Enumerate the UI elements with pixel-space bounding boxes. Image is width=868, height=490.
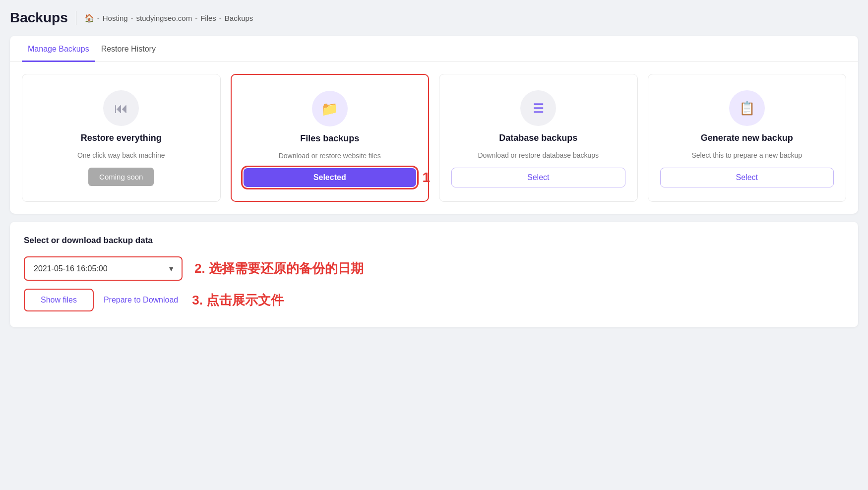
list-icon: ☰ [533, 101, 544, 116]
step-1-badge: 1 [422, 170, 430, 185]
section-card: Select or download backup data 2021-05-1… [10, 222, 858, 327]
database-select-button[interactable]: Select [451, 168, 625, 187]
page-header: Backups 🏠 - Hosting - studyingseo.com - … [10, 10, 858, 26]
section-title: Select or download backup data [24, 236, 844, 245]
show-files-button[interactable]: Show files [24, 289, 94, 311]
generate-backup-desc: Select this to prepare a new backup [691, 150, 802, 161]
rewind-icon: ⏮ [114, 100, 128, 117]
actions-row: Show files Prepare to Download 3. 点击展示文件 [24, 289, 844, 311]
database-backups-icon-wrap: ☰ [520, 90, 556, 126]
generate-backup-title: Generate new backup [701, 133, 793, 143]
folder-icon: 📁 [321, 101, 338, 117]
header-divider [76, 11, 76, 25]
breadcrumb-sep-1: - [131, 14, 133, 22]
main-card: Manage Backups Restore History ⏮ Restore… [10, 36, 858, 214]
prepare-download-link[interactable]: Prepare to Download [104, 296, 178, 305]
add-doc-icon: 📋 [739, 101, 755, 116]
home-icon: 🏠 [84, 13, 94, 23]
breadcrumb-backups: Backups [225, 14, 253, 22]
selected-button[interactable]: Selected [244, 168, 417, 187]
card-generate-backup: 📋 Generate new backup Select this to pre… [648, 74, 847, 202]
breadcrumb-hosting: Hosting [103, 14, 128, 22]
card-files-backups: 📁 Files backups Download or restore webs… [231, 74, 430, 202]
coming-soon-button: Coming soon [88, 168, 154, 186]
breadcrumb-domain: studyingseo.com [136, 14, 192, 22]
files-backups-icon-wrap: 📁 [312, 91, 348, 126]
page-title: Backups [10, 10, 68, 26]
database-backups-desc: Download or restore database backups [478, 150, 599, 161]
breadcrumb-sep-2: - [195, 14, 197, 22]
breadcrumb-sep-0: - [97, 14, 100, 22]
step-2-annotation: 2. 选择需要还原的备份的日期 [194, 260, 364, 277]
cards-row: ⏮ Restore everything One click way back … [10, 62, 858, 214]
restore-everything-title: Restore everything [81, 133, 162, 143]
generate-backup-icon-wrap: 📋 [729, 90, 765, 126]
tab-restore-history[interactable]: Restore History [95, 36, 162, 62]
date-dropdown-wrapper: 2021-05-16 16:05:00 2021-05-15 16:05:00 … [24, 256, 183, 281]
card-restore-everything: ⏮ Restore everything One click way back … [22, 74, 221, 202]
generate-select-button[interactable]: Select [660, 168, 834, 187]
database-backups-title: Database backups [499, 133, 577, 143]
files-backups-title: Files backups [300, 133, 359, 144]
card-database-backups: ☰ Database backups Download or restore d… [439, 74, 638, 202]
date-row: 2021-05-16 16:05:00 2021-05-15 16:05:00 … [24, 256, 844, 281]
restore-everything-icon-wrap: ⏮ [103, 90, 139, 126]
date-select[interactable]: 2021-05-16 16:05:00 2021-05-15 16:05:00 … [24, 256, 183, 281]
restore-everything-desc: One click way back machine [77, 150, 165, 161]
breadcrumb-files: Files [200, 14, 216, 22]
tab-manage-backups[interactable]: Manage Backups [22, 36, 95, 62]
selected-wrapper: Selected 1 [244, 168, 417, 187]
files-backups-desc: Download or restore website files [279, 151, 381, 161]
step-3-annotation: 3. 点击展示文件 [192, 292, 284, 309]
tabs-row: Manage Backups Restore History [10, 36, 858, 62]
breadcrumb: 🏠 - Hosting - studyingseo.com - Files - … [84, 13, 253, 23]
breadcrumb-sep-3: - [219, 14, 222, 22]
